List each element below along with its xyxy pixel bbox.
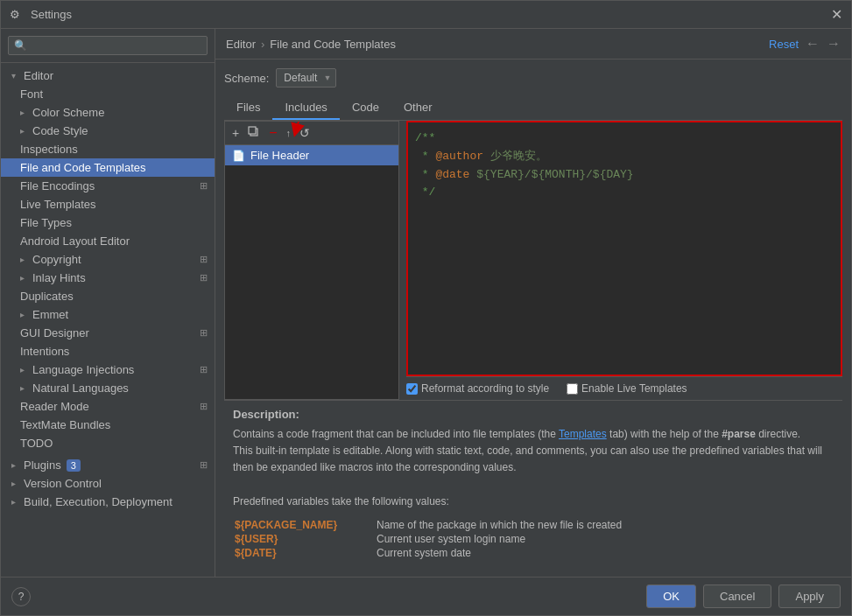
sidebar-section-editor[interactable]: ▾ Editor [1,66,215,85]
search-input[interactable] [8,36,208,55]
tab-files[interactable]: Files [224,96,272,120]
sidebar-item-label: Color Scheme [32,106,104,119]
help-button[interactable]: ? [11,587,31,606]
back-button[interactable]: ← [806,36,820,52]
sidebar-item-file-and-code-templates[interactable]: File and Code Templates [1,158,215,177]
sidebar-section-build[interactable]: ▸ Build, Execution, Deployment [1,493,215,511]
var-desc-1: Name of the package in which the new fil… [377,519,832,531]
templates-link[interactable]: Templates [559,428,607,440]
title-bar: ⚙ Settings ✕ [1,1,851,29]
move-up-button[interactable]: ↑ [283,127,295,140]
sidebar-item-textmate-bundles[interactable]: TextMate Bundles [1,416,215,434]
sidebar-item-label: Inlay Hints [32,271,86,284]
sidebar-item-intentions[interactable]: Intentions [1,342,215,360]
var-name-3: ${DATE} [235,547,375,559]
breadcrumb: Editor › File and Code Templates Reset ←… [215,29,851,60]
sidebar-item-file-encodings[interactable]: File Encodings ⊞ [1,177,215,195]
settings-icon: ⊞ [200,459,208,471]
tabs-bar: Files Includes Code Other [224,96,842,121]
expand-icon: ▸ [20,273,29,283]
tab-code[interactable]: Code [340,96,391,120]
sidebar-version-control-label: Version Control [24,477,102,490]
code-line-2: * @author 少爷晚安。 [415,148,834,166]
sidebar-item-duplicates[interactable]: Duplicates [1,287,215,305]
sidebar-item-reader-mode[interactable]: Reader Mode ⊞ [1,397,215,416]
expand-icon: ▾ [11,71,20,80]
reset-template-button[interactable]: ↺ [296,125,313,141]
ok-button[interactable]: OK [646,584,696,608]
sidebar-item-live-templates[interactable]: Live Templates [1,195,215,214]
remove-button[interactable]: − [265,124,280,142]
desc-bold1: #parse [722,428,756,440]
main-content: ▾ Editor Font ▸ Color Scheme ▸ Code Styl… [1,29,851,577]
live-templates-label: Enable Live Templates [581,382,687,395]
sidebar-item-label: Reader Mode [20,400,89,413]
sidebar: ▾ Editor Font ▸ Color Scheme ▸ Code Styl… [1,29,215,577]
sidebar-item-gui-designer[interactable]: GUI Designer ⊞ [1,324,215,342]
right-panel: Editor › File and Code Templates Reset ←… [215,29,851,577]
scheme-select-wrapper: Default [276,68,336,88]
sidebar-item-todo[interactable]: TODO [1,434,215,452]
sidebar-item-file-types[interactable]: File Types [1,214,215,232]
live-templates-checkbox[interactable] [567,383,578,395]
tab-other[interactable]: Other [391,96,445,120]
sidebar-section-version-control[interactable]: ▸ Version Control [1,474,215,493]
settings-icon: ⊞ [200,401,208,412]
file-list: 📄 File Header [225,145,398,399]
breadcrumb-actions: Reset ← → [769,36,841,52]
var-name-1: ${PACKAGE_NAME} [235,519,375,531]
file-item-label: File Header [250,149,309,162]
app-icon: ⚙ [10,8,24,22]
scheme-label: Scheme: [224,72,269,85]
tab-includes[interactable]: Includes [272,96,339,120]
close-button[interactable]: ✕ [831,6,842,23]
reset-button[interactable]: Reset [769,38,799,51]
copy-button[interactable] [244,124,264,142]
sidebar-item-emmet[interactable]: ▸ Emmet [1,305,215,324]
sidebar-section-plugins[interactable]: ▸ Plugins 3 ⊞ [1,456,215,474]
sidebar-item-inspections[interactable]: Inspections [1,140,215,158]
settings-icon: ⊞ [200,327,208,339]
sidebar-build-label: Build, Execution, Deployment [24,495,173,508]
sidebar-item-font[interactable]: Font [1,85,215,103]
split-container: + − ↑ [224,121,842,400]
sidebar-item-label: File Encodings [20,179,95,192]
settings-icon: ⊞ [200,272,208,284]
live-templates-checkbox-label: Enable Live Templates [567,382,687,395]
sidebar-item-inlay-hints[interactable]: ▸ Inlay Hints ⊞ [1,269,215,287]
var-desc-3: Current system date [377,547,832,559]
expand-icon: ▸ [11,497,20,507]
expand-icon: ▸ [11,479,20,488]
code-line-4: */ [415,184,834,202]
code-panel: /** * @author 少爷晚安。 * @date ${YEAR}/${MO… [406,121,842,400]
bottom-bar: ? OK Cancel Apply [1,577,851,615]
breadcrumb-parent: Editor [226,38,256,51]
expand-icon: ▸ [20,383,29,393]
sidebar-item-label: Natural Languages [32,382,129,395]
reformat-checkbox[interactable] [406,383,418,395]
desc-text4: This built-in template is editable. Alon… [233,444,822,473]
apply-button[interactable]: Apply [778,584,841,608]
code-editor[interactable]: /** * @author 少爷晚安。 * @date ${YEAR}/${MO… [406,121,842,376]
expand-icon: ▸ [20,108,29,117]
table-row: ${DATE} Current system date [235,547,832,559]
sidebar-item-label: File Types [20,216,72,229]
table-row: ${USER} Current user system login name [235,533,832,545]
scheme-select[interactable]: Default [276,68,336,88]
bottom-right: OK Cancel Apply [646,584,841,608]
file-list-item[interactable]: 📄 File Header [225,145,398,165]
sidebar-item-label: Language Injections [32,363,134,376]
sidebar-item-copyright[interactable]: ▸ Copyright ⊞ [1,250,215,269]
forward-button[interactable]: → [827,36,841,52]
scheme-row: Scheme: Default [224,68,842,88]
sidebar-item-language-injections[interactable]: ▸ Language Injections ⊞ [1,360,215,379]
add-button[interactable]: + [229,125,243,141]
sidebar-item-android-layout-editor[interactable]: Android Layout Editor [1,232,215,250]
sidebar-item-code-style[interactable]: ▸ Code Style [1,122,215,140]
sidebar-item-natural-languages[interactable]: ▸ Natural Languages [1,379,215,397]
cancel-button[interactable]: Cancel [703,584,771,608]
sidebar-item-color-scheme[interactable]: ▸ Color Scheme [1,103,215,122]
expand-icon: ▸ [20,255,29,264]
sidebar-item-label: Emmet [32,308,68,321]
breadcrumb-current: File and Code Templates [270,38,396,51]
